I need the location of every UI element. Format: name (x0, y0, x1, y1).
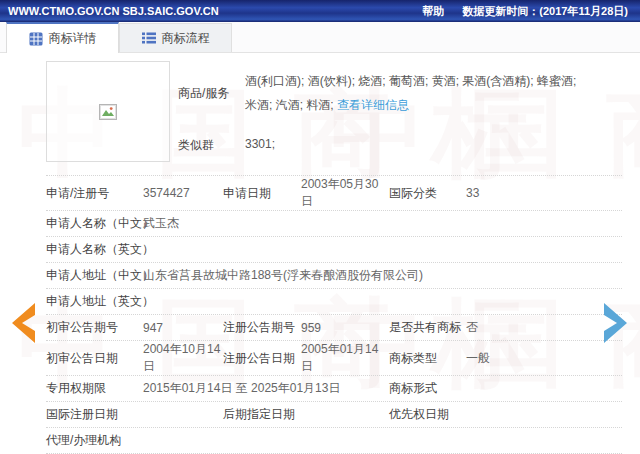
tab-details-label: 商标详情 (49, 30, 97, 47)
applicant-name-cn-value: 武玉杰 (143, 215, 622, 232)
tab-trademark-details[interactable]: 商标详情 (6, 22, 119, 53)
exclusive-period-label: 专用权期限 (46, 380, 143, 397)
prelim-announce-no-value: 947 (143, 321, 223, 335)
shared-trademark-label: 是否共有商标 (389, 319, 466, 336)
trademark-type-label: 商标类型 (389, 350, 466, 367)
later-designation-date-label: 后期指定日期 (223, 406, 301, 423)
reg-announce-no-label: 注册公告期号 (223, 319, 301, 336)
reg-announce-date-label: 注册公告日期 (223, 350, 301, 367)
broken-image-icon (99, 104, 117, 120)
similar-group-label: 类似群 (178, 137, 245, 154)
applicant-address-cn-label: 申请人地址（中文） (46, 267, 143, 284)
table-row-applicant-name-cn: 申请人名称（中文） 武玉杰 (46, 211, 622, 237)
trademark-detail-content: 商品/服务 酒(利口酒); 酒(饮料); 烧酒; 葡萄酒; 黄酒; 果酒(含酒精… (0, 53, 640, 454)
next-arrow-button[interactable] (602, 300, 632, 346)
tab-strip: 商标详情 商标流程 (0, 22, 640, 53)
prelim-announce-date-label: 初审公告日期 (46, 350, 143, 367)
grid-table-icon (29, 32, 43, 46)
table-row-intl-dates: 国际注册日期 后期指定日期 优先权日期 (46, 402, 622, 428)
data-update-time: 数据更新时间：(2017年11月28日) (462, 4, 628, 19)
agency-label: 代理/办理机构 (46, 432, 223, 449)
table-row-applicant-address-cn: 申请人地址（中文） 山东省莒县故城中路188号(浮来春酿酒股份有限公司) (46, 263, 622, 289)
goods-services-value: 酒(利口酒); 酒(饮料); 烧酒; 葡萄酒; 黄酒; 果酒(含酒精); 蜂蜜酒… (245, 69, 585, 117)
reg-announce-date-value: 2005年01月14日 (301, 341, 389, 375)
table-row-agency: 代理/办理机构 (46, 428, 622, 454)
goods-services-text: 酒(利口酒); 酒(饮料); 烧酒; 葡萄酒; 黄酒; 果酒(含酒精); 蜂蜜酒… (245, 74, 576, 112)
site-urls: WWW.CTMO.GOV.CN SBJ.SAIC.GOV.CN (8, 5, 219, 17)
app-date-value: 2003年05月30日 (301, 176, 389, 210)
exclusive-period-value: 2015年01月14日 至 2025年01月13日 (143, 380, 389, 397)
tab-process-label: 商标流程 (162, 30, 210, 47)
goods-services-label: 商品/服务 (178, 85, 245, 102)
top-header-bar: WWW.CTMO.GOV.CN SBJ.SAIC.GOV.CN 帮助 数据更新时… (0, 0, 640, 22)
applicant-name-en-label: 申请人名称（英文） (46, 241, 143, 258)
priority-date-label: 优先权日期 (389, 406, 466, 423)
previous-arrow-button[interactable] (7, 300, 37, 346)
trademark-detail-page: WWW.CTMO.GOV.CN SBJ.SAIC.GOV.CN 帮助 数据更新时… (0, 0, 640, 454)
shared-trademark-value: 否 (466, 319, 622, 336)
list-icon (142, 31, 156, 45)
detail-rows: 申请/注册号 3574427 申请日期 2003年05月30日 国际分类 33 … (46, 175, 622, 454)
table-row-announcement-numbers: 初审公告期号 947 注册公告期号 959 是否共有商标 否 (46, 315, 622, 341)
prelim-announce-date-value: 2004年10月14日 (143, 341, 223, 375)
applicant-address-en-label: 申请人地址（英文） (46, 293, 143, 310)
trademark-image-box (46, 61, 170, 162)
app-reg-number-label: 申请/注册号 (46, 185, 143, 202)
table-row-registration-number: 申请/注册号 3574427 申请日期 2003年05月30日 国际分类 33 (46, 175, 622, 211)
table-row-applicant-name-en: 申请人名称（英文） (46, 237, 622, 263)
table-row-applicant-address-en: 申请人地址（英文） (46, 289, 622, 315)
intl-class-label: 国际分类 (389, 185, 466, 202)
table-row-announcement-dates: 初审公告日期 2004年10月14日 注册公告日期 2005年01月14日 商标… (46, 341, 622, 376)
trademark-form-label: 商标形式 (389, 380, 466, 397)
reg-announce-no-value: 959 (301, 321, 389, 335)
applicant-name-cn-label: 申请人名称（中文） (46, 215, 143, 232)
applicant-address-cn-value: 山东省莒县故城中路188号(浮来春酿酒股份有限公司) (143, 267, 622, 284)
similar-group-value: 3301; (245, 137, 622, 154)
prelim-announce-no-label: 初审公告期号 (46, 319, 143, 336)
app-reg-number-value: 3574427 (143, 186, 223, 200)
table-row-exclusive-period: 专用权期限 2015年01月14日 至 2025年01月13日 商标形式 (46, 376, 622, 402)
app-date-label: 申请日期 (223, 185, 301, 202)
view-details-link[interactable]: 查看详细信息 (337, 98, 409, 112)
intl-class-value: 33 (466, 186, 622, 200)
tab-trademark-process[interactable]: 商标流程 (119, 23, 232, 52)
trademark-type-value: 一般 (466, 350, 622, 367)
help-link[interactable]: 帮助 (422, 4, 444, 19)
intl-reg-date-label: 国际注册日期 (46, 406, 143, 423)
